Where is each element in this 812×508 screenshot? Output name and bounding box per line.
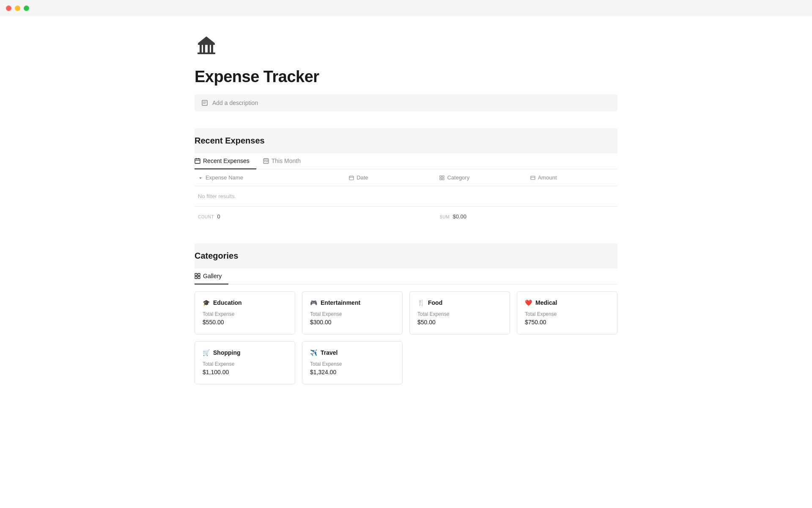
calendar-icon bbox=[195, 158, 200, 164]
tab-gallery[interactable]: Gallery bbox=[195, 268, 228, 284]
footer-empty-1 bbox=[346, 212, 436, 221]
categories-tabs: Gallery bbox=[195, 268, 617, 284]
count-label: COUNT bbox=[198, 215, 214, 219]
card-travel-value: $1,324.00 bbox=[310, 369, 395, 375]
card-education-title: 🎓 Education bbox=[203, 299, 287, 306]
svg-rect-1 bbox=[200, 45, 202, 52]
card-entertainment[interactable]: 🎮 Entertainment Total Expense $300.00 bbox=[302, 291, 403, 334]
col-date-label: Date bbox=[357, 174, 368, 181]
education-icon: 🎓 bbox=[203, 299, 210, 306]
svg-rect-25 bbox=[440, 176, 442, 177]
card-medical-title: ❤️ Medical bbox=[525, 299, 609, 306]
gallery-grid-row2: 🛒 Shopping Total Expense $1,100.00 ✈️ Tr… bbox=[195, 341, 617, 384]
svg-marker-6 bbox=[198, 36, 215, 43]
minimize-button[interactable] bbox=[15, 6, 20, 11]
svg-rect-21 bbox=[349, 176, 354, 180]
sum-label: SUM bbox=[439, 215, 450, 219]
page-icon bbox=[195, 34, 617, 61]
svg-rect-29 bbox=[531, 176, 535, 179]
amount-icon bbox=[530, 175, 535, 180]
entertainment-icon: 🎮 bbox=[310, 299, 317, 306]
card-medical-value: $750.00 bbox=[525, 319, 609, 326]
sort-icon bbox=[198, 175, 203, 180]
svg-rect-18 bbox=[264, 161, 265, 162]
card-education[interactable]: 🎓 Education Total Expense $550.00 bbox=[195, 291, 295, 334]
no-results-message: No filter results. bbox=[195, 186, 617, 207]
categories-header: Categories bbox=[195, 243, 617, 268]
maximize-button[interactable] bbox=[24, 6, 29, 11]
count-value: 0 bbox=[217, 213, 220, 220]
card-travel[interactable]: ✈️ Travel Total Expense $1,324.00 bbox=[302, 341, 403, 384]
svg-rect-33 bbox=[195, 276, 197, 279]
main-content: Expense Tracker Add a description Recent… bbox=[152, 0, 660, 427]
recent-expenses-section: Recent Expenses Recent Expenses bbox=[195, 128, 617, 226]
card-food-value: $50.00 bbox=[417, 319, 502, 326]
card-travel-title: ✈️ Travel bbox=[310, 349, 395, 356]
footer-count: COUNT 0 bbox=[195, 212, 346, 221]
card-travel-label: Total Expense bbox=[310, 361, 395, 367]
page-title: Expense Tracker bbox=[195, 68, 617, 86]
svg-rect-26 bbox=[442, 176, 444, 177]
card-shopping-value: $1,100.00 bbox=[203, 369, 287, 375]
table-footer: COUNT 0 SUM $0.00 bbox=[195, 207, 617, 226]
expenses-table: Expense Name Date bbox=[195, 169, 617, 226]
svg-rect-34 bbox=[198, 276, 200, 279]
travel-icon: ✈️ bbox=[310, 349, 317, 356]
food-icon: 🍴 bbox=[417, 299, 425, 306]
card-food-title: 🍴 Food bbox=[417, 299, 502, 306]
card-entertainment-label: Total Expense bbox=[310, 311, 395, 317]
col-amount: Amount bbox=[527, 173, 617, 182]
description-bar[interactable]: Add a description bbox=[195, 94, 617, 111]
svg-rect-19 bbox=[266, 161, 266, 162]
card-medical-label: Total Expense bbox=[525, 311, 609, 317]
category-icon bbox=[439, 175, 444, 180]
table-header: Expense Name Date bbox=[195, 169, 617, 186]
svg-rect-0 bbox=[198, 43, 215, 45]
svg-rect-20 bbox=[267, 161, 268, 162]
footer-empty-2 bbox=[527, 212, 617, 221]
svg-rect-7 bbox=[202, 100, 207, 105]
svg-rect-10 bbox=[195, 159, 200, 163]
col-category: Category bbox=[436, 173, 527, 182]
card-education-label: Total Expense bbox=[203, 311, 287, 317]
card-shopping-title: 🛒 Shopping bbox=[203, 349, 287, 356]
gallery-grid-row1: 🎓 Education Total Expense $550.00 🎮 Ente… bbox=[195, 291, 617, 334]
categories-section: Categories Gallery 🎓 Education bbox=[195, 243, 617, 384]
card-shopping[interactable]: 🛒 Shopping Total Expense $1,100.00 bbox=[195, 341, 295, 384]
footer-sum: SUM $0.00 bbox=[436, 212, 527, 221]
card-entertainment-title: 🎮 Entertainment bbox=[310, 299, 395, 306]
svg-rect-2 bbox=[203, 45, 205, 52]
card-medical[interactable]: ❤️ Medical Total Expense $750.00 bbox=[517, 291, 617, 334]
recent-expenses-title: Recent Expenses bbox=[195, 133, 617, 149]
description-placeholder: Add a description bbox=[212, 99, 258, 106]
tab-recent-expenses-label: Recent Expenses bbox=[203, 157, 250, 164]
medical-icon: ❤️ bbox=[525, 299, 532, 306]
svg-rect-27 bbox=[440, 178, 442, 180]
tab-gallery-label: Gallery bbox=[203, 273, 222, 279]
card-entertainment-value: $300.00 bbox=[310, 319, 395, 326]
col-category-label: Category bbox=[447, 174, 469, 181]
gallery-icon bbox=[195, 273, 200, 279]
tab-this-month[interactable]: This Month bbox=[263, 153, 307, 169]
tab-this-month-label: This Month bbox=[272, 157, 301, 164]
card-food[interactable]: 🍴 Food Total Expense $50.00 bbox=[409, 291, 510, 334]
categories-title: Categories bbox=[195, 248, 617, 264]
card-education-value: $550.00 bbox=[203, 319, 287, 326]
tab-recent-expenses[interactable]: Recent Expenses bbox=[195, 153, 256, 169]
recent-expenses-header: Recent Expenses bbox=[195, 128, 617, 153]
card-shopping-label: Total Expense bbox=[203, 361, 287, 367]
svg-rect-28 bbox=[442, 178, 444, 180]
svg-rect-32 bbox=[198, 273, 200, 276]
calendar-grid-icon bbox=[263, 158, 269, 164]
description-icon bbox=[201, 99, 208, 106]
sum-value: $0.00 bbox=[453, 213, 467, 220]
date-icon bbox=[349, 175, 354, 180]
svg-rect-4 bbox=[211, 45, 213, 52]
close-button[interactable] bbox=[6, 6, 11, 11]
svg-rect-5 bbox=[198, 52, 215, 54]
col-expense-name-label: Expense Name bbox=[206, 174, 243, 181]
svg-rect-31 bbox=[195, 273, 197, 276]
col-expense-name: Expense Name bbox=[195, 173, 346, 182]
col-date: Date bbox=[346, 173, 436, 182]
card-food-label: Total Expense bbox=[417, 311, 502, 317]
